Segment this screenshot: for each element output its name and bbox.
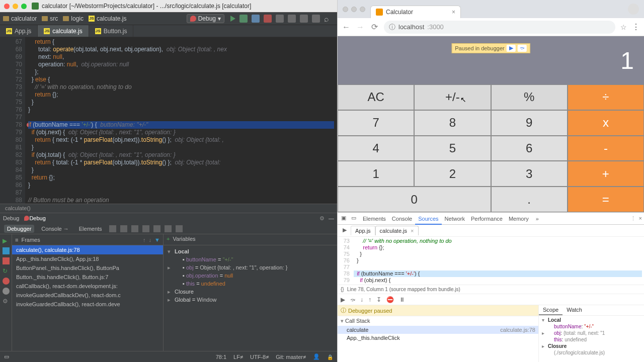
variables-tree[interactable]: Local ▪ buttonName = "+/-" ▪ obj = Objec…: [164, 245, 337, 306]
settings-icon[interactable]: ⚙: [3, 298, 10, 305]
stack-frame[interactable]: App._this.handleClick(), App.js:18: [12, 254, 163, 263]
breadcrumb[interactable]: logic: [63, 15, 84, 22]
stack-frame[interactable]: Button._this.handleClick(), Button.js:7: [12, 273, 163, 282]
devtools-code-editor[interactable]: 73747576777879 // '=' with no operation,…: [338, 237, 644, 285]
devtools-stack-frame[interactable]: calculatecalculate.js:78: [338, 326, 538, 334]
stop-button[interactable]: [264, 15, 272, 23]
step-out-icon[interactable]: [131, 225, 138, 232]
devtools-tab[interactable]: Performance: [468, 214, 506, 224]
step-icon[interactable]: [142, 225, 149, 232]
site-info-icon[interactable]: ⓘ: [389, 23, 395, 32]
calc-button[interactable]: 9: [491, 110, 568, 136]
scope-local[interactable]: Local: [167, 247, 334, 255]
banner-step-button[interactable]: ⤼: [518, 45, 527, 52]
toolwindow-icon[interactable]: ▭: [4, 353, 9, 360]
console-tab[interactable]: Console →: [38, 225, 71, 233]
scope-closure[interactable]: Closure: [542, 343, 641, 349]
stack-frame[interactable]: ButtonPanel._this.handleClick(), ButtonP…: [12, 263, 163, 273]
step-into-icon[interactable]: [120, 225, 127, 232]
editor-tab[interactable]: JSButton.js: [89, 25, 134, 37]
step-icon[interactable]: ↧: [376, 296, 381, 303]
run-button[interactable]: [230, 16, 235, 22]
var-row[interactable]: ▪ obj.operation = null: [167, 272, 334, 280]
calc-button[interactable]: AC: [338, 84, 414, 110]
breadcrumb[interactable]: JScalculate.js: [89, 15, 126, 22]
calc-button[interactable]: 4: [338, 136, 414, 161]
stack-frame[interactable]: invokeGuardedCallbackDev(), react-dom.c: [12, 291, 163, 300]
devtools-close-icon[interactable]: ×: [639, 215, 642, 222]
pause-exceptions-icon[interactable]: ⏸: [399, 296, 405, 303]
rerun-icon[interactable]: ▶: [3, 237, 10, 244]
lock-icon[interactable]: [327, 354, 333, 360]
calc-button[interactable]: %: [491, 84, 568, 110]
calc-button[interactable]: =: [568, 187, 644, 212]
evaluate-icon[interactable]: [165, 225, 172, 232]
reload-button[interactable]: ⟳: [370, 22, 379, 32]
devtools-menu-icon[interactable]: ⋮: [630, 215, 636, 222]
calc-button[interactable]: .: [491, 187, 568, 212]
browser-tab[interactable]: Calculator ×: [370, 6, 461, 18]
banner-resume-button[interactable]: ▶: [507, 45, 516, 52]
devtools-stack-frame[interactable]: App._this.handleClick: [338, 334, 538, 342]
restart-icon[interactable]: [3, 267, 10, 275]
elements-tab[interactable]: Elements: [76, 225, 105, 233]
devtools-tab[interactable]: Sources: [415, 214, 441, 225]
breakpoint-toggle-icon[interactable]: [3, 278, 10, 285]
debug-tab-label[interactable]: Debug: [29, 215, 45, 221]
resume-icon[interactable]: ▶: [341, 296, 345, 303]
devtools-tab[interactable]: Elements: [360, 214, 389, 224]
step-icon[interactable]: [153, 225, 160, 232]
run-configuration-selector[interactable]: Debug ▾: [187, 14, 224, 23]
var-row[interactable]: obj: {total: null, next: "1: [542, 330, 641, 336]
editor-tab[interactable]: JSApp.js: [0, 25, 38, 37]
devtools-tab[interactable]: Network: [442, 214, 468, 224]
breadcrumb[interactable]: src: [42, 15, 58, 22]
git-branch[interactable]: Git: master≠: [276, 354, 306, 360]
frame-list[interactable]: calculate(), calculate.js:78App._this.ha…: [12, 245, 163, 351]
step-over-icon[interactable]: ⤼: [350, 296, 355, 303]
frames-down-icon[interactable]: ↓: [149, 237, 152, 243]
device-toggle-icon[interactable]: ▭: [350, 215, 358, 223]
maximize-icon[interactable]: [21, 4, 27, 9]
calc-button[interactable]: -: [568, 136, 644, 161]
hide-panel-icon[interactable]: —: [329, 215, 334, 221]
window-controls[interactable]: [343, 7, 365, 12]
toolbar-icon[interactable]: [312, 15, 320, 23]
inspect-icon[interactable]: ▣: [340, 215, 348, 223]
gear-icon[interactable]: [319, 215, 326, 221]
devtools-gutter[interactable]: 73747576777879: [338, 237, 352, 285]
callstack-header[interactable]: Call Stack: [338, 316, 538, 326]
step-into-icon[interactable]: ↓: [360, 296, 363, 303]
source-file-tab[interactable]: calculate.js ×: [375, 226, 419, 235]
scope-local[interactable]: Local: [542, 317, 641, 323]
back-button[interactable]: ←: [342, 23, 351, 32]
scope-tab[interactable]: Scope: [539, 305, 562, 315]
stack-frame[interactable]: invokeGuardedCallback(), react-dom.deve: [12, 300, 163, 309]
step-out-icon[interactable]: ↑: [368, 296, 371, 303]
debugger-tab[interactable]: Debugger: [4, 225, 34, 233]
coverage-button[interactable]: [252, 15, 260, 23]
devtools-tab[interactable]: Console: [389, 214, 415, 224]
calc-button[interactable]: x: [568, 110, 644, 136]
search-icon[interactable]: [324, 15, 332, 23]
code-editor[interactable]: 6768697071727374757677787980818283848586…: [0, 37, 337, 204]
close-icon[interactable]: [4, 4, 10, 9]
filter-icon[interactable]: ▼: [154, 237, 160, 243]
toolbar-icon[interactable]: [300, 15, 308, 23]
calc-button[interactable]: ÷: [568, 84, 644, 110]
calc-button[interactable]: 3: [491, 161, 568, 187]
window-controls[interactable]: [4, 4, 27, 9]
navigator-toggle-icon[interactable]: ▶: [341, 227, 349, 235]
mute-breakpoints-icon[interactable]: [3, 288, 10, 295]
more-tabs-icon[interactable]: »: [536, 216, 539, 222]
line-separator[interactable]: LF≠: [233, 354, 243, 360]
calc-button[interactable]: 0: [338, 187, 491, 212]
debug-button[interactable]: [239, 15, 248, 23]
kebab-menu-icon[interactable]: ⋮: [632, 22, 640, 32]
close-tab-icon[interactable]: ×: [452, 9, 455, 16]
deactivate-breakpoints-icon[interactable]: ⛔: [386, 296, 394, 303]
calc-button[interactable]: 1: [338, 161, 414, 187]
var-row[interactable]: buttonName: "+/-": [542, 323, 641, 330]
calc-button[interactable]: 6: [491, 136, 568, 161]
toolbar-icon[interactable]: [288, 15, 296, 23]
